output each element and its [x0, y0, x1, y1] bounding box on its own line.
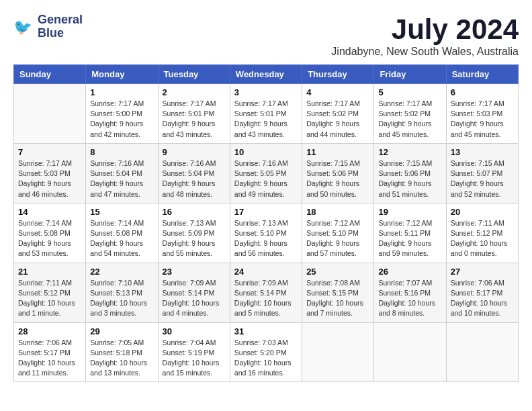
- day-info: Sunrise: 7:09 AMSunset: 5:14 PMDaylight:…: [234, 278, 298, 319]
- day-info: Sunrise: 7:17 AMSunset: 5:02 PMDaylight:…: [306, 99, 369, 140]
- day-info: Sunrise: 7:17 AMSunset: 5:03 PMDaylight:…: [18, 158, 81, 199]
- day-number: 9: [163, 147, 226, 157]
- calendar-week-1: 1Sunrise: 7:17 AMSunset: 5:00 PMDaylight…: [14, 84, 519, 144]
- day-number: 23: [163, 267, 226, 277]
- calendar-cell: 24Sunrise: 7:09 AMSunset: 5:14 PMDayligh…: [230, 263, 302, 322]
- day-number: 26: [378, 267, 441, 277]
- calendar-cell: 9Sunrise: 7:16 AMSunset: 5:04 PMDaylight…: [158, 143, 230, 203]
- day-number: 24: [234, 267, 298, 277]
- calendar-cell: 12Sunrise: 7:15 AMSunset: 5:06 PMDayligh…: [374, 143, 446, 203]
- calendar-cell: 2Sunrise: 7:17 AMSunset: 5:01 PMDaylight…: [158, 84, 230, 144]
- day-number: 25: [306, 267, 369, 277]
- calendar-cell: 25Sunrise: 7:08 AMSunset: 5:15 PMDayligh…: [302, 263, 374, 322]
- day-number: 2: [163, 87, 226, 97]
- calendar-cell: [446, 322, 518, 382]
- calendar-cell: 22Sunrise: 7:10 AMSunset: 5:13 PMDayligh…: [86, 263, 158, 322]
- logo-icon: 🐦: [13, 16, 35, 38]
- calendar-week-3: 14Sunrise: 7:14 AMSunset: 5:08 PMDayligh…: [14, 203, 519, 263]
- calendar-week-2: 7Sunrise: 7:17 AMSunset: 5:03 PMDaylight…: [14, 143, 519, 203]
- weekday-header-sunday: Sunday: [14, 65, 86, 84]
- day-number: 27: [451, 267, 514, 277]
- calendar-cell: 29Sunrise: 7:05 AMSunset: 5:18 PMDayligh…: [86, 322, 158, 382]
- day-number: 30: [163, 326, 226, 336]
- day-number: 12: [378, 147, 441, 157]
- day-info: Sunrise: 7:12 AMSunset: 5:10 PMDaylight:…: [306, 218, 369, 259]
- day-number: 20: [451, 207, 514, 217]
- day-number: 22: [90, 267, 153, 277]
- calendar-cell: 15Sunrise: 7:14 AMSunset: 5:08 PMDayligh…: [86, 203, 158, 263]
- day-info: Sunrise: 7:03 AMSunset: 5:20 PMDaylight:…: [234, 338, 298, 379]
- day-number: 4: [306, 87, 369, 97]
- day-number: 6: [451, 87, 514, 97]
- day-info: Sunrise: 7:14 AMSunset: 5:08 PMDaylight:…: [18, 218, 81, 259]
- calendar-header-row: SundayMondayTuesdayWednesdayThursdayFrid…: [14, 65, 519, 84]
- calendar-cell: 20Sunrise: 7:11 AMSunset: 5:12 PMDayligh…: [446, 203, 518, 263]
- calendar-cell: 18Sunrise: 7:12 AMSunset: 5:10 PMDayligh…: [302, 203, 374, 263]
- day-number: 14: [18, 207, 81, 217]
- day-info: Sunrise: 7:16 AMSunset: 5:04 PMDaylight:…: [90, 158, 153, 199]
- location-title: Jindabyne, New South Wales, Australia: [331, 46, 519, 58]
- day-number: 10: [234, 147, 298, 157]
- day-info: Sunrise: 7:17 AMSunset: 5:01 PMDaylight:…: [163, 99, 226, 140]
- day-number: 3: [234, 87, 298, 97]
- day-info: Sunrise: 7:09 AMSunset: 5:14 PMDaylight:…: [163, 278, 226, 319]
- calendar-cell: 5Sunrise: 7:17 AMSunset: 5:02 PMDaylight…: [374, 84, 446, 144]
- calendar-week-5: 28Sunrise: 7:06 AMSunset: 5:17 PMDayligh…: [14, 322, 519, 382]
- day-info: Sunrise: 7:11 AMSunset: 5:12 PMDaylight:…: [18, 278, 81, 319]
- calendar-cell: [14, 84, 86, 144]
- day-info: Sunrise: 7:13 AMSunset: 5:09 PMDaylight:…: [163, 218, 226, 259]
- day-info: Sunrise: 7:16 AMSunset: 5:05 PMDaylight:…: [234, 158, 298, 199]
- calendar-cell: 13Sunrise: 7:15 AMSunset: 5:07 PMDayligh…: [446, 143, 518, 203]
- logo-text: General Blue: [38, 13, 83, 40]
- calendar-cell: [302, 322, 374, 382]
- day-number: 21: [18, 267, 81, 277]
- day-info: Sunrise: 7:12 AMSunset: 5:11 PMDaylight:…: [378, 218, 441, 259]
- calendar-cell: 19Sunrise: 7:12 AMSunset: 5:11 PMDayligh…: [374, 203, 446, 263]
- month-title: July 2024: [331, 13, 519, 46]
- calendar-cell: 11Sunrise: 7:15 AMSunset: 5:06 PMDayligh…: [302, 143, 374, 203]
- day-info: Sunrise: 7:13 AMSunset: 5:10 PMDaylight:…: [234, 218, 298, 259]
- day-info: Sunrise: 7:11 AMSunset: 5:12 PMDaylight:…: [451, 218, 514, 259]
- day-number: 29: [90, 326, 153, 336]
- day-number: 7: [18, 147, 81, 157]
- calendar-cell: 28Sunrise: 7:06 AMSunset: 5:17 PMDayligh…: [14, 322, 86, 382]
- day-number: 17: [234, 207, 298, 217]
- day-number: 11: [306, 147, 369, 157]
- day-info: Sunrise: 7:04 AMSunset: 5:19 PMDaylight:…: [163, 338, 226, 379]
- logo: 🐦 General Blue: [13, 13, 83, 40]
- weekday-header-monday: Monday: [86, 65, 158, 84]
- day-number: 1: [90, 87, 153, 97]
- day-info: Sunrise: 7:17 AMSunset: 5:03 PMDaylight:…: [451, 99, 514, 140]
- weekday-header-friday: Friday: [374, 65, 446, 84]
- day-info: Sunrise: 7:17 AMSunset: 5:02 PMDaylight:…: [378, 99, 441, 140]
- calendar-cell: [374, 322, 446, 382]
- day-info: Sunrise: 7:17 AMSunset: 5:00 PMDaylight:…: [90, 99, 153, 140]
- day-number: 19: [378, 207, 441, 217]
- calendar-cell: 8Sunrise: 7:16 AMSunset: 5:04 PMDaylight…: [86, 143, 158, 203]
- day-number: 18: [306, 207, 369, 217]
- calendar-cell: 30Sunrise: 7:04 AMSunset: 5:19 PMDayligh…: [158, 322, 230, 382]
- calendar-cell: 16Sunrise: 7:13 AMSunset: 5:09 PMDayligh…: [158, 203, 230, 263]
- day-number: 8: [90, 147, 153, 157]
- calendar-cell: 14Sunrise: 7:14 AMSunset: 5:08 PMDayligh…: [14, 203, 86, 263]
- day-info: Sunrise: 7:07 AMSunset: 5:16 PMDaylight:…: [378, 278, 441, 319]
- day-info: Sunrise: 7:15 AMSunset: 5:07 PMDaylight:…: [451, 158, 514, 199]
- calendar-cell: 4Sunrise: 7:17 AMSunset: 5:02 PMDaylight…: [302, 84, 374, 144]
- calendar-cell: 17Sunrise: 7:13 AMSunset: 5:10 PMDayligh…: [230, 203, 302, 263]
- page-header: 🐦 General Blue July 2024 Jindabyne, New …: [13, 13, 519, 58]
- calendar-cell: 23Sunrise: 7:09 AMSunset: 5:14 PMDayligh…: [158, 263, 230, 322]
- day-info: Sunrise: 7:16 AMSunset: 5:04 PMDaylight:…: [163, 158, 226, 199]
- day-number: 13: [451, 147, 514, 157]
- day-info: Sunrise: 7:06 AMSunset: 5:17 PMDaylight:…: [451, 278, 514, 319]
- svg-text:🐦: 🐦: [13, 18, 32, 36]
- calendar-cell: 6Sunrise: 7:17 AMSunset: 5:03 PMDaylight…: [446, 84, 518, 144]
- day-info: Sunrise: 7:14 AMSunset: 5:08 PMDaylight:…: [90, 218, 153, 259]
- calendar-cell: 3Sunrise: 7:17 AMSunset: 5:01 PMDaylight…: [230, 84, 302, 144]
- day-info: Sunrise: 7:06 AMSunset: 5:17 PMDaylight:…: [18, 338, 81, 379]
- day-number: 15: [90, 207, 153, 217]
- calendar-cell: 1Sunrise: 7:17 AMSunset: 5:00 PMDaylight…: [86, 84, 158, 144]
- calendar-cell: 10Sunrise: 7:16 AMSunset: 5:05 PMDayligh…: [230, 143, 302, 203]
- day-number: 28: [18, 326, 81, 336]
- day-number: 31: [234, 326, 298, 336]
- weekday-header-saturday: Saturday: [446, 65, 518, 84]
